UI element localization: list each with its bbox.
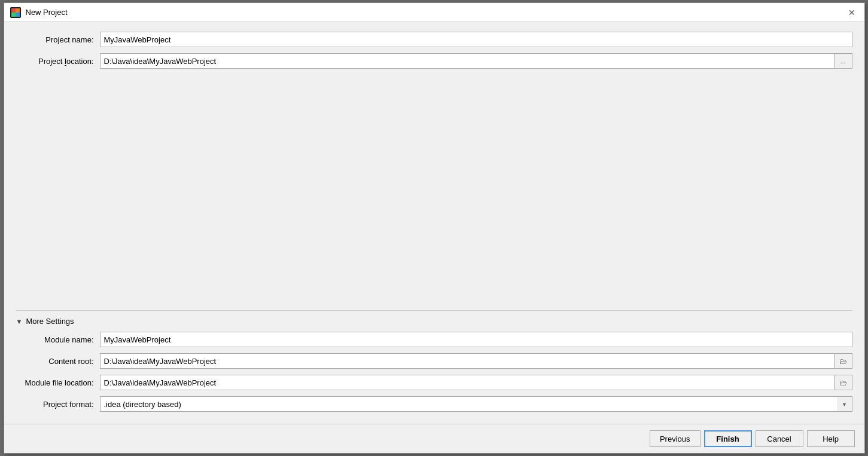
project-name-row: Project name: — [16, 32, 852, 47]
more-settings-label: More Settings — [26, 317, 74, 326]
help-button[interactable]: Help — [807, 430, 855, 447]
project-format-select[interactable]: .idea (directory based) .ipr (file based… — [100, 396, 852, 412]
module-file-location-label: Module file location: — [16, 378, 100, 387]
module-name-label: Module name: — [16, 335, 100, 344]
project-name-label: Project name: — [16, 35, 100, 44]
dialog-body: Project name: Project location: ... ▼ Mo… — [4, 22, 864, 424]
project-format-row: Project format: .idea (directory based) … — [16, 396, 852, 412]
empty-content-area — [16, 75, 852, 310]
app-icon — [10, 7, 21, 18]
project-name-input[interactable] — [100, 32, 852, 47]
more-settings-section: ▼ More Settings Module name: Content roo… — [16, 310, 852, 418]
module-file-location-row: Module file location: 🗁 — [16, 375, 852, 390]
collapse-arrow-icon: ▼ — [16, 318, 23, 325]
content-root-field-group: 🗁 — [100, 353, 852, 369]
project-location-input[interactable] — [100, 53, 835, 69]
previous-button[interactable]: Previous — [650, 430, 701, 447]
project-location-field-group: ... — [100, 53, 852, 69]
content-root-browse-button[interactable]: 🗁 — [835, 353, 852, 369]
finish-button[interactable]: Finish — [704, 430, 752, 447]
cancel-button[interactable]: Cancel — [756, 430, 803, 447]
new-project-dialog: New Project ✕ Project name: Project loca… — [4, 2, 865, 454]
close-button[interactable]: ✕ — [845, 6, 858, 19]
title-bar: New Project ✕ — [4, 3, 864, 22]
project-location-row: Project location: ... — [16, 53, 852, 69]
dialog-footer: Previous Finish Cancel Help — [4, 424, 864, 453]
browse-button[interactable]: ... — [835, 53, 852, 69]
svg-rect-2 — [16, 8, 20, 13]
settings-form: Module name: Content root: 🗁 Module f — [16, 332, 852, 412]
module-name-input[interactable] — [100, 332, 852, 347]
project-location-label: Project location: — [16, 57, 100, 66]
project-format-label: Project format: — [16, 400, 100, 409]
folder-icon: 🗁 — [839, 357, 847, 366]
folder-icon-2: 🗁 — [839, 378, 847, 387]
content-root-row: Content root: 🗁 — [16, 353, 852, 369]
svg-rect-1 — [11, 8, 16, 13]
dialog-title: New Project — [26, 8, 68, 17]
title-bar-left: New Project — [10, 7, 68, 18]
more-settings-header[interactable]: ▼ More Settings — [16, 317, 852, 326]
module-name-row: Module name: — [16, 332, 852, 347]
content-root-label: Content root: — [16, 357, 100, 366]
project-format-select-wrapper: .idea (directory based) .ipr (file based… — [100, 396, 852, 412]
module-file-location-browse-button[interactable]: 🗁 — [835, 375, 852, 390]
svg-rect-3 — [11, 13, 16, 17]
content-root-input[interactable] — [100, 353, 835, 369]
module-file-location-input[interactable] — [100, 375, 835, 390]
svg-rect-4 — [16, 13, 20, 17]
module-file-location-field-group: 🗁 — [100, 375, 852, 390]
